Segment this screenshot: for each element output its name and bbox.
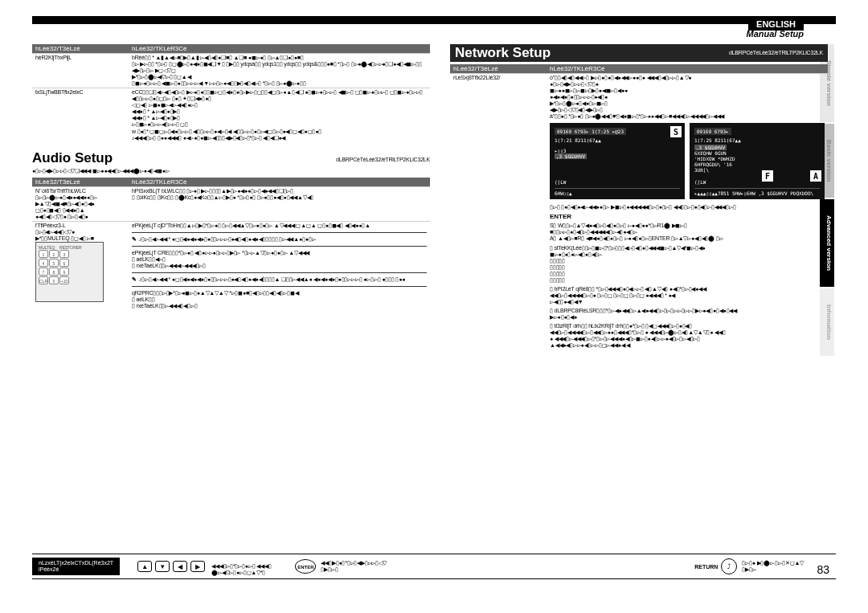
bb-line2: lPéèx2é — [39, 566, 113, 573]
remote-graphic: MULTEQ RESTORER 123 456 789 CLR0+10 — [35, 242, 104, 302]
audio-r3-desc2: ePKjéèLjT CRE▯▯▯*▯▻●▯ ◀▯●▻▻●▯▻▻▯▶▯▻ *▯▻▻… — [132, 250, 427, 269]
enter-text2: A▯ ▲◀▯▻■R▯ ◀■◀●▯◀▯●▯▻▯ ▻●◀▯●▯▻▯ENTER ▯▻▲… — [550, 235, 825, 242]
audio-table: hLèè32/T3èLzé hLèè32/TKLèR3Cé N'´óI6TsrT… — [32, 178, 430, 311]
note2: ♪▯▻▯◀▻◀◀ * ●◻▯◀●◀●◀●▯●▯▯▻▻▻▯●◀▯◀▯●◀●◀▯▯▯… — [132, 276, 427, 283]
row1-item: hèR2KljThxPljL — [32, 54, 129, 88]
th-contents-3: hLèè32/TKLèR3Cé — [547, 64, 828, 74]
osd2-bottom: ▸▲▲▲▯▯▲▲7851 5HW▸▯6HW ,3 $GGUHVV PDQXDOO… — [694, 188, 820, 196]
network-setup-heading: Network Setup — [455, 45, 551, 61]
bb-line1: nLzxéLT|x2elxCTxDL(Ré3x2T — [39, 560, 113, 566]
bullet1: ▯ stTeKK(Léé▯▯▻▯◼▻▯*▯▻▯▯▯◀▻▯◀▯●▯◀◀◀◼▻▯▲▽… — [550, 245, 825, 258]
audio-r1-desc: hPISxxBL(T bLWLC▯▯ ▯▻●▯ ▶▻▯▯▯▯▲▶▯▻●◀●●▯▻… — [132, 188, 427, 194]
top-left-table: hLèè32/T3èLzé hLèè32/TKLèR3Cé hèR2KljThx… — [32, 44, 430, 142]
audio-r2-item: l'TflPéèxz3-L — [35, 223, 125, 229]
audio-r2-body: ▯▻▯◀▻◀◀▯◁▽● ▶*▯▯MULTEQ ▯◻◀▯ ▻■ — [35, 229, 125, 242]
audio-r2-desc: ePKjéèLjT cjD"TbHn▯▯▲▻▯▶▯*▯▻●▯ ▯▻▯◀◀▲▽▯▻… — [132, 223, 427, 229]
osd-label-s: S — [670, 126, 682, 137]
enter-button[interactable]: ENTER — [295, 559, 316, 574]
row2-desc: eCC▯▯❏▯◀▻◀▯◀▯▻▯ ▶▻●▯●▯▯◼▻◻▯◀●▯●▯▻▶▻▯◻▯▯◀… — [132, 89, 427, 102]
enter-label: ENTER — [550, 213, 571, 220]
enter-text: S▯ W▯▯▻▯▲▽◀●◀▯▻▯◀▯●▯▻▯ ▻●◀▯●●*▯▻R1⬤ ▶◼▻▯… — [550, 223, 825, 235]
down-button[interactable]: ▼ — [155, 561, 170, 572]
bullet2: ▯ hPI2LéT qRé8▯▯ *▯▻▯◀◀◀▯●▯◀▻▻▯ ◀▯▲▽◀▯ ●… — [550, 286, 825, 305]
breadcrumb: Manual Setup — [746, 29, 804, 39]
osd2-exit: ([LW — [694, 179, 706, 185]
left-button[interactable]: ◀ — [173, 561, 187, 572]
nav-text: ◀◀◀▯▻▯*▯▻▯●▻▯ ◀◀◀▯⬤▻◀▽▻▯●▻▯◻▲▽*▯ — [211, 557, 271, 576]
osd1-l1: ▸▯▯3 — [555, 148, 680, 153]
page-number: 83 — [817, 563, 829, 576]
osd1-l2: ,3 $GGUHVV — [555, 153, 587, 159]
osd-label-f: F — [762, 170, 773, 182]
osd-1: S 09169 6793▸ 1(7:25 ▸@23 1(7:21 8211(67… — [550, 123, 685, 199]
osd1-exit: ([LW — [555, 179, 566, 185]
bullet1b: ▯▯▯▯▯ ▯▯▯▯▯ ▯▯▯▯▯ ▯▯▯▯▯ — [550, 258, 825, 284]
network-default: dLBRPCèTéLèè32/èTRlLTP2KLlC32LK — [729, 50, 823, 56]
osd-screenshots: S 09169 6793▸ 1(7:25 ▸@23 1(7:21 8211(67… — [550, 123, 825, 199]
osd2-title: 09169 6793▸ — [694, 128, 731, 135]
osd1-sub: 1(7:21 8211(67▲▲ — [555, 137, 680, 143]
osd2-l3: 'HIDXOW *DWHZD — [694, 156, 820, 161]
osd1-title: 09169 6793▸ 1(7:25 ▸@23 — [555, 128, 626, 135]
row2-body: ◁◻◀▯ ▻◼●◼▻◀▻◀◀▯●▻▯ ◀◀●▯ * ▲▻◀▯●▯▶▯ ◀◀●▯ … — [132, 102, 427, 141]
audio-r1-body: ▯▻▯▻⬤▻●▯◀●●◀◀●●▯▻ ▶▲▽▯◀◼◀■▯▻◀▯●▯◀● ◻▯●▯◼… — [35, 194, 125, 220]
net-r1-item: rLèSx|8Tflx22Llè32/ — [450, 74, 547, 350]
osd2-l1: ,3 $GGUHVV — [694, 145, 727, 150]
left-column: hLèè32/T3èLzé hLèè32/TKLèR3Cé hèR2KljThx… — [32, 44, 430, 313]
th-items-3: hLèè32/T3èLzé — [450, 64, 547, 74]
audio-desc: ●▯▻▯◀▶▯▻▻▯◁▽❏◀◀◀ ◼▻●●◀◀▯▻◀◀◀⬤▻●◀▯◀◼●▻ — [32, 168, 430, 174]
return-button[interactable]: ⤴ — [721, 558, 737, 574]
th-items-2: hLèè32/T3èLzé — [32, 178, 129, 187]
return-desc: ▯▻▯● ▶▯⬤▻ ▯▻▯✕◻▲▽ ▯▶▯▻ — [742, 560, 804, 573]
right-column: Network Setup dLBRPCèTéLèè32/èTRlLTP2KLl… — [450, 44, 828, 353]
bottom-bar: nLzxéLT|x2elxCTxDL(Ré3x2T lPéèx2é ▲ ▼ ◀ … — [32, 554, 836, 579]
osd2-sub: 1(7:25 8211(67▲▲ — [694, 137, 820, 143]
top-bar — [32, 16, 836, 24]
row2-item: txSLjTwBBTflx2elxC — [32, 88, 129, 142]
right-button[interactable]: ▶ — [190, 561, 205, 572]
osd2-l5: 3UR[\ — [694, 167, 820, 173]
up-button[interactable]: ▲ — [137, 561, 152, 572]
osd-label-a: A — [810, 170, 821, 182]
audio-default: dLBRPCèTéLèè32/èTRlLTP2KLlC32LK — [336, 157, 430, 163]
net-r1-desc: ó"▯▯◀▯◀▯◀◀▻▯ ▶▻▯●▯●▯◀●◀◀▻●●▯● ◀◀◀▯◀▯▻▻▯▲… — [550, 75, 825, 120]
row1-desc: bRéé▯▯ * ▲▮▲◀▻■▯▶▯▲▮ ▻◀▯◀▯●❏■▯ ▲❏■ ●◼▻●▯… — [132, 55, 427, 61]
th-contents: hLèè32/TKLèR3Cé — [129, 44, 430, 54]
network-table: hLèè32/T3èLzé hLèè32/TKLèR3Cé rLèSx|8Tfl… — [450, 64, 828, 349]
net-text1: ▯▻▯ ▯●▯◀▯●◀▻◀◀●●▯▻ ▶◼▻▯●◀◀◀◀◀▯▻▯●▯▻▯ ◀◀▯… — [550, 204, 825, 210]
bullet3: ▯ dLBRPC8lRèLSR▯▯▯*▯▻◀●◀◀▯▻▲◀●◀◀▯▻▯▻▯▻▻▯… — [550, 308, 825, 321]
th-contents-2: hLèè32/TKLèR3Cé — [129, 178, 430, 187]
audio-r4-desc: qR2PRC▯▯▯▻▯▶*▯▻●◼▻▯●▲▽▲▽▲▽ *▻▯◼●■▯◀▯▻▯▯◀… — [132, 290, 427, 309]
osd2-l2: 6XEQHW 0GVN — [694, 150, 820, 156]
row1-body: ▯▻ ▶▻▯▯ *▯▻▯ ▯◻⬤▻▯●◀●▯◼◀❏▼▯ ▯▶▯▯ ydqsá▯▯… — [132, 61, 427, 87]
audio-r1-item: N'´óI6TsrThfiTbLWLC — [35, 188, 125, 194]
osd2-l4: 6HFRQGDU\ '16 — [694, 161, 820, 167]
note1: ♪▯▻▯◀▻◀◀ * ●◻▯◀●◀●◀●▯●▯▯▻▻▻▯●◀▯◀▯●◀●◀▯▯▯… — [132, 236, 427, 243]
return-label: RETURN — [694, 564, 718, 570]
bottombar-box: nLzxéLT|x2elxCTxDL(Ré3x2T lPéèx2é — [32, 558, 120, 574]
enter-desc: ◀◀▯▶▯●▯*▯▻▯◀▶▯▻▻▯◁▽ ▯▶▯▻▯ — [321, 560, 386, 573]
th-items: hLèè32/T3èLzé — [32, 44, 129, 54]
osd-2: F A 09169 6793▸ 1(7:25 8211(67▲▲ ,3 $GGU… — [690, 123, 825, 199]
bullet4: ▯ tI3zRljT drh▯▯ hLlx2KRljT drh▯▯●*▯▻▯ ▯… — [550, 323, 825, 349]
